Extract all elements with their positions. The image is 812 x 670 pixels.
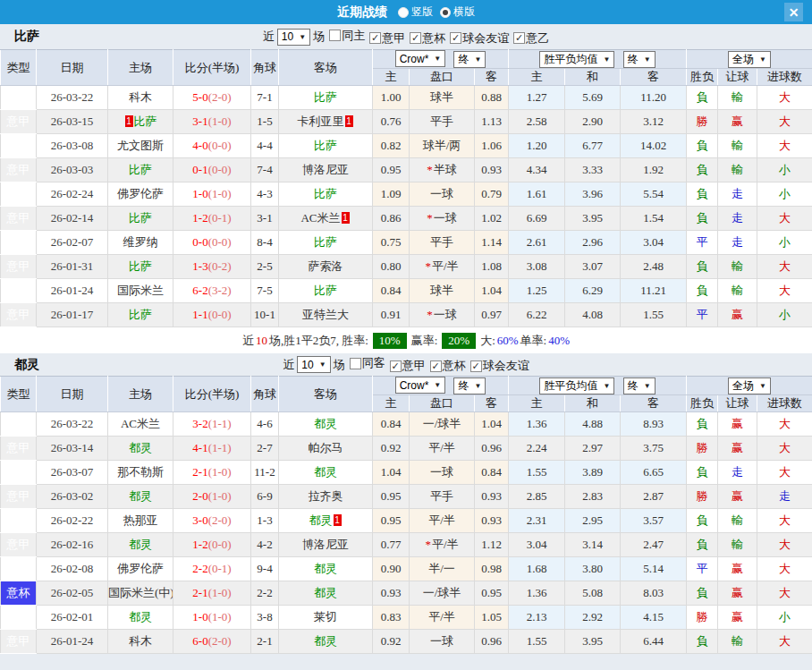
avg-home-odds: 1.61 — [509, 182, 565, 207]
handicap-text: 一球 — [434, 211, 457, 225]
goals-result: 大 — [757, 533, 812, 557]
corner-score: 7-5 — [251, 279, 279, 303]
goals-result: 大 — [757, 437, 812, 461]
col-avg-home: 主 — [509, 69, 565, 86]
checkbox-icon: ✓ — [430, 360, 442, 372]
chevron-down-icon: ▼ — [474, 382, 481, 390]
handicap-result: 輸 — [718, 630, 757, 654]
away-team: 卡利亚里1 — [279, 110, 373, 134]
scope-select[interactable]: 全场▼ — [728, 377, 771, 394]
halftime-score: (0-0) — [208, 538, 232, 551]
chevron-down-icon: ▼ — [434, 381, 441, 389]
avg-final-select[interactable]: 终▼ — [623, 377, 656, 394]
checkbox-icon: ✓ — [470, 360, 482, 372]
handicap-text: 球半/两 — [423, 139, 461, 152]
away-team: 莱切 — [279, 606, 373, 630]
win-lose-result: 勝 — [687, 110, 718, 134]
col-corner: 角球 — [251, 377, 279, 412]
goals-result: 大 — [757, 461, 812, 485]
col-avg-draw: 和 — [565, 69, 621, 86]
avg-draw-odds: 4.08 — [565, 303, 621, 327]
corner-score: 2-7 — [251, 437, 279, 461]
goals-result: 大 — [757, 630, 812, 654]
near-count-select[interactable]: 10▼ — [297, 356, 330, 373]
away-team-name: 都灵 — [314, 586, 337, 599]
avg-home-odds: 2.24 — [509, 437, 565, 461]
chevron-down-icon: ▼ — [759, 382, 766, 390]
filter-checkbox[interactable]: ✓意甲 — [369, 30, 405, 47]
match-row: 意甲26-02-14比萨1-2(0-1)3-1AC米兰10.86*一球1.026… — [1, 207, 812, 231]
chevron-down-icon: ▼ — [319, 360, 326, 369]
away-team: 帕尔马 — [279, 437, 373, 461]
away-team-name: 都灵 — [314, 562, 337, 575]
col-avg-home: 主 — [509, 395, 565, 412]
filter-checkbox[interactable]: ✓意杯 — [410, 30, 445, 47]
corner-score: 2-1 — [251, 630, 279, 654]
odds-final-select[interactable]: 终▼ — [453, 51, 486, 68]
handicap-text: 球半 — [430, 284, 453, 297]
home-odds: 0.83 — [373, 606, 410, 630]
layout-radio-vertical[interactable]: 竖版 — [398, 4, 433, 20]
avg-home-odds: 2.85 — [509, 485, 565, 509]
filter-checkbox[interactable]: ✓球会友谊 — [470, 358, 529, 374]
avg-home-odds: 1.27 — [509, 86, 565, 110]
score: 1-0(1-0) — [173, 182, 251, 207]
away-team-name: 比萨 — [314, 284, 337, 297]
avg-draw-odds: 6.29 — [565, 279, 621, 303]
col-handicap: 盘口 — [410, 69, 475, 86]
layout-radio-horizontal[interactable]: 横版 — [440, 4, 475, 20]
fulltime-score: 1-1 — [192, 308, 207, 321]
summary-text: 大: — [480, 333, 495, 349]
away-odds: 1.04 — [475, 412, 509, 437]
home-team-name: 都灵 — [129, 489, 152, 503]
chevron-down-icon: ▼ — [299, 33, 306, 41]
away-odds: 0.88 — [475, 86, 509, 110]
handicap-result: 赢 — [718, 485, 757, 509]
matches-label: 场 — [313, 29, 325, 45]
handicap-text: 平/半 — [428, 513, 455, 527]
odds-provider-select[interactable]: Crow*▼ — [395, 50, 446, 67]
near-count-select[interactable]: 10▼ — [277, 29, 310, 46]
filter-checkbox[interactable]: 同客 — [350, 355, 385, 371]
avg-final-select[interactable]: 终▼ — [623, 51, 656, 68]
avg-home-odds: 3.08 — [509, 255, 565, 279]
avg-away-odds: 3.57 — [621, 509, 687, 533]
home-team-name: 维罗纳 — [123, 235, 158, 249]
filter-checkbox[interactable]: ✓意甲 — [390, 358, 426, 374]
away-team: 都灵 — [279, 412, 373, 437]
away-odds: 0.93 — [475, 485, 509, 509]
filter-checkbox[interactable]: ✓意杯 — [430, 358, 466, 374]
home-team: 科木 — [108, 630, 173, 654]
avg-type-select[interactable]: 胜平负均值▼ — [539, 377, 614, 394]
close-button[interactable]: ✕ — [784, 3, 803, 21]
home-team: 维罗纳 — [108, 231, 173, 255]
corner-score: 1-5 — [251, 110, 279, 134]
red-card-badge: 1 — [125, 115, 133, 127]
chevron-down-icon: ▼ — [644, 55, 651, 64]
corner-score: 11-2 — [251, 461, 279, 485]
handicap: 球半 — [410, 86, 475, 110]
win-lose-result: 負 — [687, 134, 718, 158]
handicap-result: 赢 — [718, 303, 757, 327]
scope-select[interactable]: 全场▼ — [728, 51, 771, 68]
filter-checkbox[interactable]: ✓意乙 — [513, 30, 549, 47]
goals-result: 大 — [757, 509, 812, 533]
match-date: 26-03-08 — [37, 134, 108, 158]
avg-away-odds: 6.44 — [621, 630, 687, 654]
halftime-score: (0-0) — [208, 308, 232, 321]
avg-type-select[interactable]: 胜平负均值▼ — [539, 51, 614, 68]
filter-checkbox[interactable]: ✓球会友谊 — [450, 30, 509, 47]
odds-final-select[interactable]: 终▼ — [453, 377, 486, 394]
home-team: 那不勒斯 — [108, 461, 173, 485]
filter-checkbox[interactable]: 同主 — [329, 28, 365, 44]
odds-provider-select[interactable]: Crow*▼ — [395, 377, 446, 394]
col-odds-home: 主 — [373, 69, 410, 86]
torino-results-table: 类型 日期 主场 比分(半场) 角球 客场 Crow*▼ 终▼ 胜平负均值▼ 终… — [0, 376, 812, 654]
handicap-text: 平/半 — [428, 610, 455, 623]
handicap-result: 輸 — [718, 509, 757, 533]
away-odds: 0.93 — [475, 158, 509, 182]
fulltime-score: 0-1 — [192, 163, 207, 176]
col-score: 比分(半场) — [173, 50, 251, 86]
handicap-text: 一球 — [434, 308, 457, 321]
away-team: 都灵1 — [279, 509, 373, 533]
